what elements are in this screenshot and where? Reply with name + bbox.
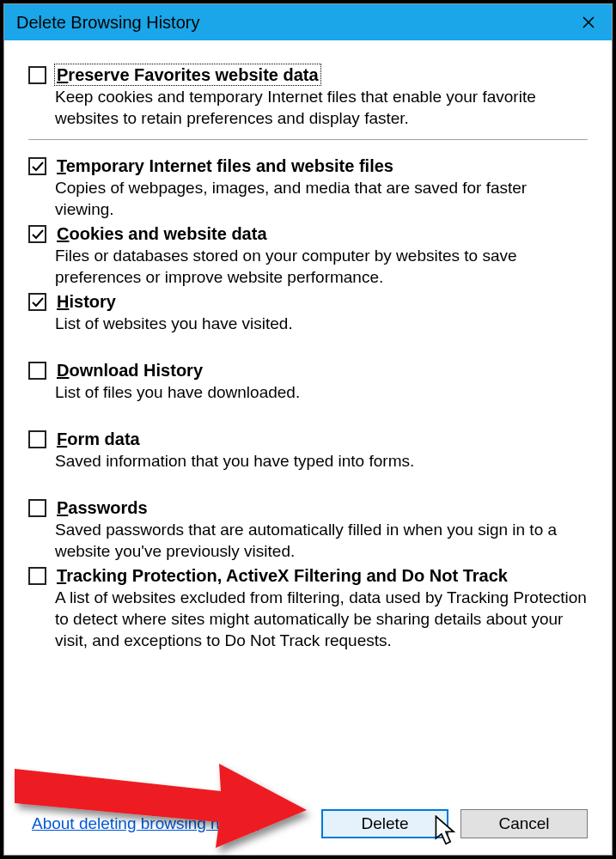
check-icon bbox=[31, 228, 45, 241]
option-desc: Copies of webpages, images, and media th… bbox=[55, 177, 588, 220]
checkbox-tempfiles[interactable] bbox=[28, 157, 46, 175]
option-desc: Saved information that you have typed in… bbox=[55, 450, 588, 472]
checkbox-form[interactable] bbox=[28, 430, 46, 448]
option-label: History bbox=[55, 291, 118, 312]
titlebar: Delete Browsing History bbox=[4, 4, 612, 40]
option-label: Preserve Favorites website data bbox=[55, 64, 320, 85]
check-icon bbox=[31, 160, 45, 174]
checkbox-history[interactable] bbox=[28, 293, 46, 311]
option-desc: List of files you have downloaded. bbox=[55, 381, 588, 403]
check-icon bbox=[31, 295, 45, 309]
dialog-footer: About deleting browsing history Delete C… bbox=[4, 803, 612, 844]
checkbox-passwords[interactable] bbox=[28, 499, 46, 517]
option-tracking[interactable]: Tracking Protection, ActiveX Filtering a… bbox=[28, 565, 588, 651]
separator bbox=[28, 139, 588, 140]
option-download[interactable]: Download History List of files you have … bbox=[28, 360, 588, 403]
option-desc: Saved passwords that are automatically f… bbox=[55, 519, 588, 562]
window-title: Delete Browsing History bbox=[16, 13, 565, 33]
checkbox-tracking[interactable] bbox=[28, 567, 46, 585]
checkbox-download[interactable] bbox=[28, 362, 46, 380]
option-form[interactable]: Form data Saved information that you hav… bbox=[28, 429, 588, 472]
option-tempfiles[interactable]: Temporary Internet files and website fil… bbox=[28, 155, 588, 220]
option-desc: Files or databases stored on your comput… bbox=[55, 245, 588, 288]
option-desc: List of websites you have visited. bbox=[55, 313, 588, 334]
close-icon bbox=[582, 15, 595, 29]
option-label: Tracking Protection, ActiveX Filtering a… bbox=[55, 565, 509, 586]
cancel-button[interactable]: Cancel bbox=[460, 809, 588, 838]
option-preserve[interactable]: Preserve Favorites website data Keep coo… bbox=[28, 64, 588, 129]
close-button[interactable] bbox=[565, 4, 612, 40]
checkbox-preserve[interactable] bbox=[28, 66, 46, 84]
option-label: Temporary Internet files and website fil… bbox=[55, 155, 395, 176]
option-label: Passwords bbox=[55, 497, 149, 518]
about-link[interactable]: About deleting browsing history bbox=[32, 814, 259, 833]
option-passwords[interactable]: Passwords Saved passwords that are autom… bbox=[28, 497, 588, 562]
option-label: Form data bbox=[55, 429, 142, 449]
option-label: Cookies and website data bbox=[55, 223, 269, 244]
option-label: Download History bbox=[55, 360, 204, 381]
dialog-content: Preserve Favorites website data Keep coo… bbox=[4, 40, 612, 651]
delete-button[interactable]: Delete bbox=[321, 809, 448, 838]
option-cookies[interactable]: Cookies and website data Files or databa… bbox=[28, 223, 588, 288]
checkbox-cookies[interactable] bbox=[28, 225, 46, 243]
option-desc: A list of websites excluded from filteri… bbox=[55, 587, 588, 651]
option-desc: Keep cookies and temporary Internet file… bbox=[55, 86, 588, 129]
dialog-window: Delete Browsing History Preserve Favorit… bbox=[3, 3, 613, 856]
option-history[interactable]: History List of websites you have visite… bbox=[28, 291, 588, 334]
